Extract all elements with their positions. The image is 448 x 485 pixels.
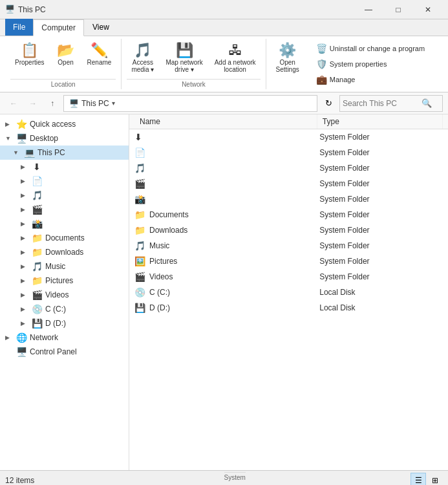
up-button[interactable]: ↑ (44, 95, 61, 112)
ribbon-location-items: 📋 Properties 📂 Open ✏️ Rename (10, 39, 116, 78)
sidebar-item-c-drive[interactable]: ▶ 💿 C (C:) (0, 302, 129, 316)
system-properties-label: System properties (330, 60, 387, 68)
col-header-type[interactable]: Type (317, 114, 443, 129)
file-row[interactable]: 📸 System Folder (129, 191, 448, 207)
address-path[interactable]: 🖥️ This PC ▾ (63, 95, 317, 112)
file-name: Pictures (149, 257, 177, 266)
manage-button[interactable]: 💼 Manage (312, 72, 429, 87)
maximize-button[interactable]: □ (383, 0, 413, 19)
rename-button[interactable]: ✏️ Rename (83, 41, 116, 68)
music-label: Music (45, 262, 123, 271)
open-button[interactable]: 📂 Open (52, 41, 80, 68)
file-row[interactable]: 📁 Documents System Folder (129, 207, 448, 222)
system-properties-icon: 🛡️ (316, 59, 327, 69)
node2-icon: 📄 (31, 176, 43, 186)
file-row[interactable]: 💿 C (C:) Local Disk (129, 285, 448, 300)
properties-button[interactable]: 📋 Properties (10, 41, 49, 68)
file-row[interactable]: 📁 Downloads System Folder (129, 222, 448, 238)
file-row[interactable]: ⬇ System Folder (129, 129, 448, 145)
file-row[interactable]: 🎬 System Folder (129, 176, 448, 191)
sidebar-item-documents[interactable]: ▶ 📁 Documents (0, 231, 129, 245)
file-icon: 🎬 (134, 178, 145, 189)
add-network-location-icon: 🖧 (228, 43, 242, 58)
map-network-drive-button[interactable]: 💾 Map networkdrive ▾ (161, 41, 207, 75)
file-row[interactable]: 🖼️ Pictures System Folder (129, 253, 448, 269)
node2-expand: ▶ (21, 178, 28, 184)
forward-button[interactable]: → (25, 95, 41, 112)
tab-computer[interactable]: Computer (33, 19, 84, 36)
search-input[interactable] (343, 99, 420, 108)
music-icon: 🎵 (31, 261, 43, 272)
sidebar-item-pictures[interactable]: ▶ 📁 Pictures (0, 274, 129, 288)
this-pc-icon: 💻 (23, 147, 35, 158)
sidebar-item-quick-access[interactable]: ▶ ⭐ Quick access (0, 117, 129, 131)
pictures-expand: ▶ (21, 277, 28, 284)
d-drive-label: D (D:) (45, 319, 123, 328)
system-right-items: 🗑️ Uninstall or change a program 🛡️ Syst… (309, 39, 432, 89)
file-row[interactable]: 📄 System Folder (129, 145, 448, 160)
minimize-button[interactable]: — (354, 0, 383, 19)
file-cell-name: 📸 (134, 194, 319, 204)
sidebar-item-downloads[interactable]: ▶ 📁 Downloads (0, 245, 129, 259)
file-cell-type: System Folder (319, 133, 443, 142)
file-cell-name: 🎬 Videos (134, 272, 319, 282)
sidebar-item-network[interactable]: ▶ 🌐 Network (0, 330, 129, 345)
documents-label: Documents (45, 233, 123, 242)
file-cell-type: System Folder (319, 226, 443, 235)
sidebar-item-node3[interactable]: ▶ 🎵 (0, 188, 129, 202)
file-row[interactable]: 💾 D (D:) Local Disk (129, 300, 448, 316)
file-cell-name: 📁 Documents (134, 210, 319, 220)
file-row[interactable]: 🎵 Music System Folder (129, 238, 448, 253)
this-pc-label: This PC (37, 148, 123, 157)
rename-icon: ✏️ (91, 43, 108, 58)
add-network-location-button[interactable]: 🖧 Add a networklocation (210, 41, 261, 75)
file-name: D (D:) (149, 303, 170, 312)
uninstall-button[interactable]: 🗑️ Uninstall or change a program (312, 41, 429, 56)
ribbon-group-network: 🎵 Accessmedia ▾ 💾 Map networkdrive ▾ 🖧 A… (122, 39, 266, 89)
sidebar-item-this-pc[interactable]: ▼ 💻 This PC (0, 146, 129, 160)
view-detail-button[interactable]: ☰ (411, 473, 426, 486)
sidebar-item-node2[interactable]: ▶ 📄 (0, 174, 129, 188)
tab-view[interactable]: View (84, 19, 118, 36)
sidebar-item-music[interactable]: ▶ 🎵 Music (0, 259, 129, 274)
sidebar-item-d-drive[interactable]: ▶ 💾 D (D:) (0, 316, 129, 330)
refresh-button[interactable]: ↻ (320, 95, 337, 112)
music-expand: ▶ (21, 263, 28, 270)
properties-label: Properties (15, 59, 45, 66)
file-cell-name: 🎬 (134, 178, 319, 189)
file-cell-name: 💿 C (C:) (134, 287, 319, 297)
desktop-label: Desktop (30, 134, 123, 143)
back-button[interactable]: ← (5, 95, 22, 112)
file-cell-name: 🎵 (134, 163, 319, 173)
sidebar-item-node1[interactable]: ▶ ⬇ (0, 160, 129, 174)
file-row[interactable]: 🎬 Videos System Folder (129, 269, 448, 285)
sidebar-item-node5[interactable]: ▶ 📸 (0, 217, 129, 231)
file-icon: 📄 (134, 147, 145, 158)
col-header-name[interactable]: Name (134, 114, 317, 129)
file-row[interactable]: 🎵 System Folder (129, 160, 448, 176)
network-group-label: Network (127, 79, 260, 89)
open-settings-button[interactable]: ⚙️ OpenSettings (272, 41, 304, 75)
view-large-icon-button[interactable]: ⊞ (427, 473, 443, 486)
open-icon: 📂 (57, 43, 74, 58)
access-media-button[interactable]: 🎵 Accessmedia ▾ (127, 41, 158, 75)
system-properties-button[interactable]: 🛡️ System properties (312, 57, 429, 71)
pictures-icon: 📁 (31, 275, 43, 286)
file-name: Videos (149, 272, 173, 281)
search-icon[interactable]: 🔍 (421, 98, 432, 108)
close-button[interactable]: ✕ (413, 0, 443, 19)
status-count: 12 items (5, 476, 411, 485)
tab-file[interactable]: File (5, 19, 33, 36)
file-name: C (C:) (149, 288, 170, 297)
file-cell-type: System Folder (319, 179, 443, 188)
file-name: Documents (149, 210, 189, 219)
file-cell-type: System Folder (319, 210, 443, 219)
c-drive-icon: 💿 (31, 304, 43, 314)
sidebar-item-desktop[interactable]: ▼ 🖥️ Desktop (0, 131, 129, 146)
sidebar-item-control-panel[interactable]: 🖥️ Control Panel (0, 345, 129, 359)
control-panel-label: Control Panel (30, 347, 123, 356)
sidebar-item-node4[interactable]: ▶ 🎬 (0, 202, 129, 217)
sidebar-item-videos[interactable]: ▶ 🎬 Videos (0, 288, 129, 302)
address-dropdown-icon: ▾ (112, 100, 115, 107)
rename-label: Rename (87, 59, 112, 66)
